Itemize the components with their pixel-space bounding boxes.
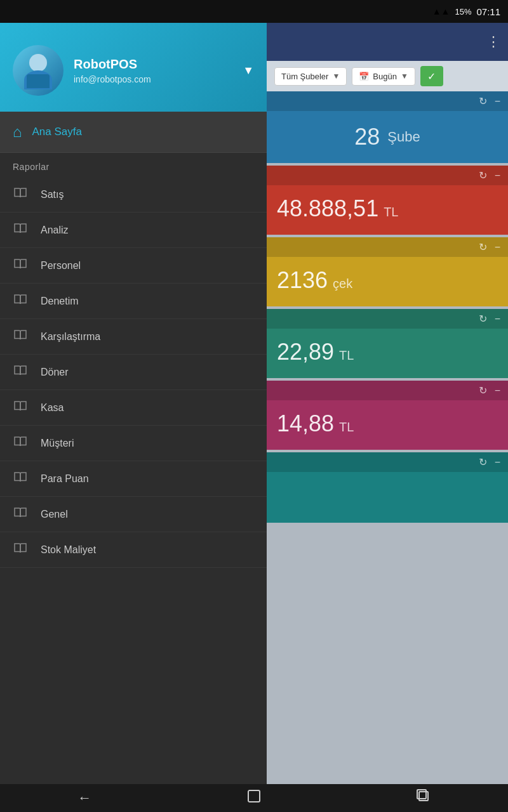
book-icon (13, 258, 28, 273)
minimize-icon[interactable]: − (495, 457, 500, 468)
nav-item-label: Döner (41, 367, 69, 378)
card-sales-total: ↻ − 48.888,51 TL (267, 166, 508, 235)
wifi-icon: ▲▲ (432, 6, 450, 16)
date-picker[interactable]: 📅 Bugün ▼ (352, 67, 415, 86)
nav-item-personel[interactable]: Personel (0, 248, 267, 284)
filter-bar: Tüm Şubeler ▼ 📅 Bugün ▼ ✓ (267, 61, 508, 91)
date-label: Bugün (373, 72, 397, 81)
card-value: 2136 (277, 267, 328, 294)
book-icon (13, 436, 28, 450)
nav-item-label: Satış (41, 189, 64, 200)
card-unit: TL (384, 205, 398, 219)
card-value: 14,88 (277, 410, 334, 437)
battery-icon: 15% (455, 7, 471, 16)
user-info: RobotPOS info@robotpos.com (74, 57, 232, 84)
reports-section: Raporlar Satış Analiz Personel (0, 153, 267, 784)
card-header-bar: ↻ − (267, 452, 508, 472)
nav-item-stok-maliyet[interactable]: Stok Maliyet (0, 532, 267, 568)
cards-container: ↻ − 28 Şube ↻ − 48.888,51 TL ↻ − (267, 91, 508, 523)
main-header: ⋮ (267, 23, 508, 61)
nav-item-label: Karşılaştırma (41, 331, 100, 343)
nav-item-satis[interactable]: Satış (0, 177, 267, 213)
card-branch-count: ↻ − 28 Şube (267, 91, 508, 163)
card-body: 22,89 TL (267, 329, 508, 378)
sidebar-header: RobotPOS info@robotpos.com ▼ (0, 23, 267, 112)
minimize-icon[interactable]: − (495, 313, 500, 325)
refresh-icon[interactable]: ↻ (479, 169, 487, 181)
card-header-bar: ↻ − (267, 166, 508, 185)
card-discount: ↻ − 14,88 TL (267, 381, 508, 450)
card-value: 22,89 (277, 339, 334, 365)
status-bar: ▲▲ 15% 07:11 (0, 0, 508, 23)
sidebar: RobotPOS info@robotpos.com ▼ ⌂ Ana Sayfa… (0, 23, 267, 784)
more-options-icon[interactable]: ⋮ (486, 34, 500, 50)
card-checks: ↻ − 2136 çek (267, 237, 508, 306)
nav-items-list: Satış Analiz Personel Denetim (0, 177, 267, 568)
confirm-button[interactable]: ✓ (420, 66, 443, 86)
nav-item-kasa[interactable]: Kasa (0, 390, 267, 426)
bottom-navigation: ← (0, 784, 508, 812)
app-name: RobotPOS (74, 57, 232, 72)
refresh-icon[interactable]: ↻ (479, 456, 487, 468)
refresh-icon[interactable]: ↻ (479, 95, 487, 107)
nav-item-analiz[interactable]: Analiz (0, 213, 267, 248)
card-header-bar: ↻ − (267, 91, 508, 111)
nav-home-item[interactable]: ⌂ Ana Sayfa (0, 112, 267, 153)
home-label: Ana Sayfa (32, 126, 82, 138)
card-header-bar: ↻ − (267, 237, 508, 257)
nav-item-karsilastirma[interactable]: Karşılaştırma (0, 319, 267, 355)
card-average: ↻ − 22,89 TL (267, 309, 508, 378)
nav-item-denetim[interactable]: Denetim (0, 284, 267, 319)
nav-item-label: Genel (41, 509, 68, 520)
branch-selector[interactable]: Tüm Şubeler ▼ (274, 67, 347, 86)
refresh-icon[interactable]: ↻ (479, 241, 487, 253)
user-email: info@robotpos.com (74, 74, 232, 84)
nav-item-doner[interactable]: Döner (0, 355, 267, 390)
card-header-bar: ↻ − (267, 309, 508, 329)
branch-body: 28 Şube (267, 111, 508, 163)
reports-header: Raporlar (0, 153, 267, 177)
avatar (13, 45, 64, 96)
dropdown-arrow-icon[interactable]: ▼ (243, 64, 254, 77)
nav-item-genel[interactable]: Genel (0, 497, 267, 532)
card-value: 48.888,51 (277, 195, 378, 222)
card-header-bar: ↻ − (267, 381, 508, 400)
card-unit: çek (333, 277, 352, 291)
card-extra: ↻ − (267, 452, 508, 523)
recent-apps-button[interactable] (398, 784, 450, 812)
minimize-icon[interactable]: − (495, 170, 500, 181)
card-unit: TL (339, 348, 354, 363)
minimize-icon[interactable]: − (495, 242, 500, 253)
book-icon (13, 294, 28, 308)
cards-area: ↻ − 28 Şube ↻ − 48.888,51 TL ↻ − (267, 91, 508, 784)
minimize-icon[interactable]: − (495, 96, 500, 107)
calendar-icon: 📅 (359, 72, 369, 81)
refresh-icon[interactable]: ↻ (479, 313, 487, 325)
card-body: 2136 çek (267, 257, 508, 306)
book-icon (13, 223, 28, 237)
home-button[interactable] (228, 784, 280, 812)
nav-item-label: Stok Maliyet (41, 544, 96, 556)
back-button[interactable]: ← (58, 785, 110, 811)
nav-item-label: Müşteri (41, 438, 74, 449)
card-body: 48.888,51 TL (267, 185, 508, 235)
branch-dropdown-icon: ▼ (332, 72, 340, 81)
branch-unit-label: Şube (387, 129, 420, 145)
card-unit: TL (339, 420, 354, 435)
nav-item-para-puan[interactable]: Para Puan (0, 461, 267, 497)
refresh-icon[interactable]: ↻ (479, 384, 487, 396)
book-icon (13, 329, 28, 344)
branch-label: Tüm Şubeler (281, 72, 328, 81)
nav-item-label: Kasa (41, 402, 64, 414)
book-icon (13, 365, 28, 379)
time-display: 07:11 (476, 6, 500, 17)
home-icon: ⌂ (13, 123, 22, 141)
nav-item-label: Analiz (41, 225, 69, 236)
nav-item-label: Para Puan (41, 473, 89, 485)
book-icon (13, 471, 28, 486)
svg-rect-0 (248, 790, 260, 802)
minimize-icon[interactable]: − (495, 385, 500, 396)
nav-item-musteri[interactable]: Müşteri (0, 426, 267, 461)
branch-count-value: 28 (354, 124, 380, 150)
book-icon (13, 400, 28, 415)
